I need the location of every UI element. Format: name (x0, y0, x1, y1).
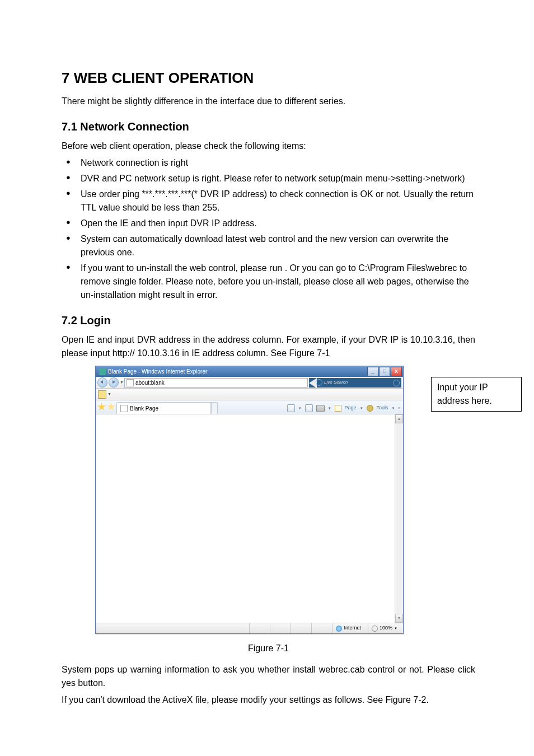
after-figure-p1: System pops up warning information to as… (62, 663, 475, 690)
command-bar: ▼ ▼ Page ▼ Tools ▼ » (287, 404, 401, 412)
login-paragraph: Open IE and input DVR address in the add… (62, 333, 475, 360)
back-button[interactable] (97, 377, 107, 388)
address-bar-row: ▼ about:blank Live Search (96, 377, 403, 389)
feeds-icon[interactable] (305, 404, 313, 412)
nav-history-dropdown[interactable]: ▼ (120, 380, 123, 386)
close-button[interactable]: X (391, 367, 402, 376)
scroll-up-button[interactable]: ▲ (395, 414, 403, 423)
new-tab-button[interactable] (211, 402, 218, 414)
search-area[interactable]: Live Search (309, 378, 401, 388)
page-icon (120, 405, 128, 412)
tools-icon (367, 405, 373, 412)
page-menu[interactable]: Page (345, 404, 357, 412)
links-dropdown-icon[interactable]: ▼ (107, 391, 111, 398)
print-icon[interactable] (316, 405, 325, 412)
zoom-value: 100% (380, 624, 392, 632)
zoom-icon (372, 626, 378, 632)
status-segment (270, 623, 287, 633)
scroll-down-button[interactable]: ▼ (395, 614, 403, 623)
links-bar: ▼ (96, 389, 403, 400)
tab-blank-page[interactable]: Blank Page (116, 402, 211, 414)
globe-icon (336, 626, 342, 632)
after-figure-p2: If you can't download the ActiveX file, … (62, 693, 475, 707)
page-menu-icon (335, 405, 341, 412)
vertical-scrollbar[interactable]: ▲ ▼ (395, 414, 403, 623)
before-list-text: Before web client operation, please chec… (62, 139, 475, 153)
zoom-control[interactable]: 100% ▼ (368, 623, 401, 633)
list-item: DVR and PC network setup is right. Pleas… (62, 172, 475, 185)
window-button-group: _ □ X (367, 367, 402, 376)
annotation-text: Input your IP address here. (437, 382, 492, 405)
page-icon (127, 379, 134, 386)
forward-button[interactable] (109, 377, 119, 388)
dropdown-icon[interactable]: ▼ (328, 406, 331, 411)
status-segment (291, 623, 308, 633)
address-input[interactable]: about:blank (124, 378, 308, 388)
list-item: Use order ping ***.***.***.***(* DVR IP … (62, 188, 475, 214)
list-item: Open the IE and then input DVR IP addres… (62, 217, 475, 230)
search-placeholder: Live Search (324, 379, 348, 386)
ie-window: Blank Page - Windows Internet Explorer _… (95, 366, 404, 634)
checklist: Network connection is right DVR and PC n… (62, 156, 475, 302)
chapter-intro: There might be slightly difference in th… (62, 95, 475, 108)
figure-caption: Figure 7-1 (62, 642, 475, 655)
dropdown-icon[interactable]: ▼ (298, 406, 302, 411)
page-content-area: ▲ ▼ (96, 414, 403, 623)
zone-label: Internet (344, 624, 361, 632)
security-zone: Internet (332, 623, 364, 633)
minimize-button[interactable]: _ (367, 367, 378, 376)
chevron-expand-icon[interactable]: » (399, 405, 401, 412)
home-icon[interactable] (287, 404, 295, 412)
dropdown-icon[interactable]: ▼ (360, 406, 363, 411)
chapter-title: 7 WEB CLIENT OPERATION (62, 67, 475, 89)
window-titlebar: Blank Page - Windows Internet Explorer _… (96, 366, 403, 377)
list-item: If you want to un-install the web contro… (62, 262, 475, 302)
tab-label: Blank Page (130, 404, 158, 413)
section-title-network-connection: 7.1 Network Connection (62, 118, 475, 135)
annotation-callout: Input your IP address here. (431, 377, 522, 412)
list-item: System can automatically download latest… (62, 232, 475, 259)
ie-icon (99, 368, 106, 375)
list-item: Network connection is right (62, 156, 475, 170)
figure-7-1-wrap: Blank Page - Windows Internet Explorer _… (95, 366, 475, 634)
status-bar: Internet 100% ▼ (96, 623, 403, 633)
section-title-login: 7.2 Login (62, 312, 475, 329)
maximize-button[interactable]: □ (379, 367, 390, 376)
add-favorites-icon[interactable] (107, 403, 115, 411)
favorites-star-icon[interactable] (97, 403, 106, 411)
status-segment (249, 623, 266, 633)
dropdown-icon[interactable]: ▼ (394, 626, 397, 631)
search-go-icon[interactable] (393, 380, 400, 386)
status-segment (311, 623, 329, 633)
magnifier-icon (316, 379, 322, 386)
address-value: about:blank (135, 379, 165, 387)
window-title: Blank Page - Windows Internet Explorer (108, 367, 367, 376)
tools-menu[interactable]: Tools (377, 404, 388, 412)
dropdown-icon[interactable]: ▼ (392, 406, 395, 411)
links-icon[interactable] (98, 390, 106, 399)
tab-bar: Blank Page ▼ ▼ Page ▼ Tools ▼ » (96, 400, 403, 414)
